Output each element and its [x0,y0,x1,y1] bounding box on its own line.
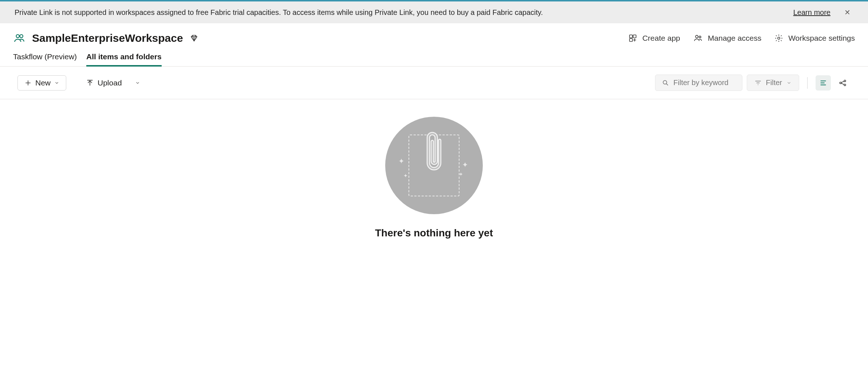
manage-access-button[interactable]: Manage access [693,33,761,43]
empty-state: ✦ ✦ ✦ ✦ There's nothing here yet [0,99,868,239]
search-icon [662,79,669,87]
sparkle-icon: ✦ [398,157,405,165]
new-button[interactable]: New [17,75,66,91]
tab-all-items[interactable]: All items and folders [86,52,162,66]
people-icon [693,33,703,43]
list-icon [819,79,827,87]
sparkle-icon: ✦ [403,173,408,179]
svg-point-8 [663,80,667,84]
sparkle-icon: ✦ [459,171,463,177]
list-view-toggle[interactable] [816,75,831,91]
toolbar: New Upload [0,67,868,99]
svg-rect-2 [630,35,632,38]
plus-icon [24,79,32,87]
workspace-actions: Create app Manage access Workspace set [628,33,855,43]
divider [807,77,808,89]
chevron-down-icon [786,80,792,85]
create-app-button[interactable]: Create app [628,34,680,43]
chevron-down-icon [54,80,59,85]
workspace-settings-label: Workspace settings [788,34,855,43]
workspace-title: SampleEnterpriseWorkspace [32,32,183,44]
notification-message: Private Link is not supported in workspa… [15,8,782,17]
close-icon[interactable]: ✕ [841,7,853,18]
svg-point-6 [699,36,701,38]
upload-button[interactable]: Upload [79,76,147,90]
gear-icon [774,34,783,43]
app-icon [628,34,637,43]
svg-point-0 [16,35,20,38]
svg-point-7 [778,37,780,39]
filter-keyword-field[interactable] [674,79,735,87]
filter-label: Filter [766,79,782,87]
sparkle-icon: ✦ [462,160,468,169]
upload-label: Upload [98,79,122,87]
workspace-icon [13,32,25,44]
learn-more-link[interactable]: Learn more [793,8,830,17]
workspace-header: SampleEnterpriseWorkspace Create app [0,23,868,44]
paperclip-icon [421,129,447,180]
tab-taskflow[interactable]: Taskflow (Preview) [13,52,77,66]
filter-keyword-input[interactable] [655,75,742,91]
svg-point-5 [695,35,698,38]
new-label: New [35,79,51,87]
svg-rect-3 [633,35,636,38]
empty-state-graphic: ✦ ✦ ✦ ✦ [385,117,483,214]
tabs: Taskflow (Preview) All items and folders [0,44,868,67]
create-app-label: Create app [642,34,680,43]
diamond-icon[interactable] [190,34,198,43]
chevron-down-icon [135,80,140,85]
upload-icon [86,79,94,87]
lineage-icon [839,79,847,87]
notification-bar: Private Link is not supported in workspa… [0,1,868,23]
toolbar-left: New Upload [17,75,147,91]
filter-icon [754,79,762,87]
manage-access-label: Manage access [708,34,761,43]
workspace-title-group: SampleEnterpriseWorkspace [13,32,198,44]
lineage-view-toggle[interactable] [835,75,851,91]
svg-point-1 [20,35,23,38]
toolbar-right: Filter [655,75,851,91]
svg-rect-4 [630,39,632,41]
workspace-settings-button[interactable]: Workspace settings [774,34,855,43]
filter-button[interactable]: Filter [747,75,799,91]
empty-state-title: There's nothing here yet [375,227,493,239]
